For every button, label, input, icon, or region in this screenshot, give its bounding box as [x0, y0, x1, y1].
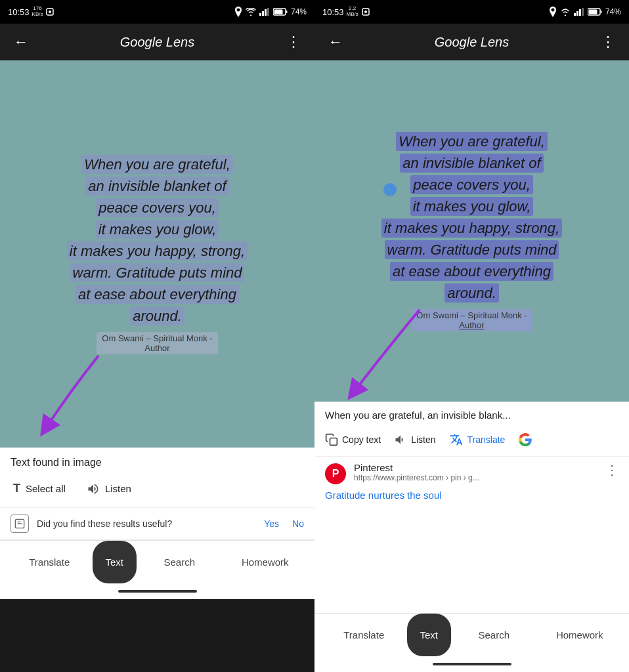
- nav-search-left[interactable]: Search: [137, 541, 223, 583]
- status-bar-right: 10:53 2.2 MB/s: [314, 0, 629, 24]
- quote-line-2-right: an invisible blanket of: [400, 154, 543, 173]
- nav-text-left[interactable]: Text: [93, 541, 137, 583]
- home-indicator-right: [314, 656, 629, 672]
- left-phone-panel: 10:53 176 KB/s: [0, 0, 314, 672]
- back-button-left[interactable]: ←: [11, 33, 32, 51]
- copy-icon: [325, 433, 338, 446]
- feedback-yes-button[interactable]: Yes: [259, 518, 284, 529]
- nav-homework-left[interactable]: Homework: [223, 541, 309, 583]
- result-more-button[interactable]: ⋮: [605, 462, 618, 478]
- quote-line-1-left: When you are grateful,: [81, 155, 233, 174]
- result-url: https://www.pinterest.com › pin › g...: [354, 473, 597, 482]
- listen-button-right[interactable]: Listen: [389, 429, 441, 450]
- quote-line-4-left: it makes you glow,: [96, 220, 219, 239]
- svg-rect-16: [579, 9, 581, 16]
- toolbar-title-left: Google Lens: [39, 35, 275, 50]
- svg-rect-21: [330, 438, 337, 446]
- bottom-panel-right: When you are grateful, an invisible blan…: [314, 402, 629, 613]
- svg-rect-14: [574, 13, 576, 16]
- svg-rect-2: [259, 13, 261, 16]
- copy-text-button[interactable]: Copy text: [320, 429, 386, 450]
- battery-text-left: 74%: [291, 7, 307, 16]
- feedback-row-left: Did you find these results useful? Yes N…: [0, 507, 314, 540]
- text-found-label: Text found in image: [0, 448, 314, 475]
- action-row-left: T Select all Listen: [0, 475, 314, 507]
- battery-icon-left: [273, 8, 288, 16]
- data-speed-unit-left: KB/s: [32, 12, 43, 18]
- svg-rect-5: [267, 8, 269, 16]
- nav-translate-right[interactable]: Translate: [321, 614, 407, 656]
- pinterest-icon: P: [325, 463, 346, 484]
- quote-line-7-right: at ease about everything: [390, 262, 553, 281]
- attribution-left: Om Swami – Spiritual Monk - Author: [97, 332, 217, 354]
- attribution-right: Om Swami – Spiritual Monk - Author: [411, 309, 532, 331]
- battery-icon-right: [588, 8, 602, 16]
- location-icon-left: [234, 7, 242, 17]
- nav-text-right[interactable]: Text: [407, 614, 452, 656]
- image-area-left: When you are grateful, an invisible blan…: [0, 60, 314, 448]
- nav-homework-right[interactable]: Homework: [537, 614, 623, 656]
- data-speed-unit-right: MB/s: [347, 12, 358, 18]
- svg-rect-8: [274, 10, 282, 14]
- quote-line-2-left: an invisible blanket of: [85, 177, 228, 196]
- image-area-right: When you are grateful, an invisible blan…: [314, 60, 629, 402]
- back-button-right[interactable]: ←: [325, 33, 346, 51]
- quote-line-8-left: around.: [130, 306, 184, 326]
- result-item-pinterest: P Pinterest https://www.pinterest.com › …: [314, 457, 629, 490]
- quote-container-left: When you are grateful, an invisible blan…: [54, 140, 261, 368]
- nav-search-right[interactable]: Search: [451, 614, 537, 656]
- wifi-icon-left: [246, 8, 256, 16]
- status-left: 10:53 176 KB/s: [8, 6, 54, 18]
- wifi-icon-right: [560, 8, 571, 16]
- lens-text-right: Lens: [481, 35, 509, 49]
- volume-icon-left: [87, 482, 100, 495]
- more-button-left[interactable]: ⋮: [283, 33, 304, 51]
- feedback-no-button[interactable]: No: [292, 518, 304, 529]
- copy-text-label: Copy text: [342, 434, 381, 445]
- record-icon-left: [45, 7, 54, 16]
- listen-label-left: Listen: [105, 483, 131, 494]
- google-search-button[interactable]: [513, 429, 538, 451]
- quote-line-6-left: warm. Gratitude puts mind: [70, 263, 245, 282]
- feedback-icon-left: [11, 514, 29, 533]
- translate-label-right: Translate: [467, 434, 506, 445]
- google-g-icon: [518, 432, 532, 447]
- status-time-left: 10:53: [8, 7, 30, 17]
- text-t-icon: T: [13, 482, 20, 495]
- right-phone-panel: 10:53 2.2 MB/s: [314, 0, 629, 672]
- home-bar-left: [118, 590, 197, 593]
- location-icon-right: [549, 7, 557, 17]
- svg-rect-20: [588, 10, 597, 14]
- google-text-left: Google: [120, 35, 166, 49]
- translate-button-right[interactable]: Translate: [444, 429, 511, 450]
- svg-rect-7: [286, 10, 287, 13]
- status-right-right: 74%: [549, 7, 621, 17]
- quote-line-5-left: it makes you happy, strong,: [67, 242, 248, 261]
- quote-line-3-left: peace covers you,: [96, 198, 219, 217]
- record-icon-right: [361, 7, 370, 16]
- more-button-right[interactable]: ⋮: [597, 33, 618, 51]
- toolbar-title-right: Google Lens: [354, 35, 590, 50]
- bottom-nav-left: Translate Text Search Homework: [0, 540, 314, 583]
- signal-icon-right: [574, 8, 584, 16]
- extracted-text: When you are grateful, an invisible blan…: [314, 402, 629, 426]
- quote-container-right: When you are grateful, an invisible blan…: [368, 117, 575, 345]
- signal-icon-left: [259, 8, 270, 16]
- battery-text-right: 74%: [605, 7, 621, 16]
- toolbar-right: ← Google Lens ⋮: [314, 24, 629, 60]
- quote-line-8-right: around.: [445, 284, 499, 303]
- svg-rect-17: [582, 8, 584, 16]
- nav-translate-left[interactable]: Translate: [7, 541, 93, 583]
- select-all-button[interactable]: T Select all: [11, 478, 68, 499]
- listen-button-left[interactable]: Listen: [84, 478, 134, 499]
- quote-line-3-right: peace covers you,: [410, 175, 533, 194]
- bottom-panel-left: Text found in image T Select all Listen: [0, 448, 314, 540]
- quote-line-1-right: When you are grateful,: [396, 132, 548, 151]
- toolbar-left: ← Google Lens ⋮: [0, 24, 314, 60]
- quote-line-6-right: warm. Gratitude puts mind: [385, 240, 559, 259]
- google-text-right: Google: [435, 35, 481, 49]
- quote-line-7-left: at ease about everything: [76, 285, 239, 304]
- quote-line-4-right: it makes you glow,: [410, 197, 534, 216]
- quote-text-right: When you are grateful, an invisible blan…: [381, 131, 562, 304]
- home-indicator-left: [0, 583, 314, 599]
